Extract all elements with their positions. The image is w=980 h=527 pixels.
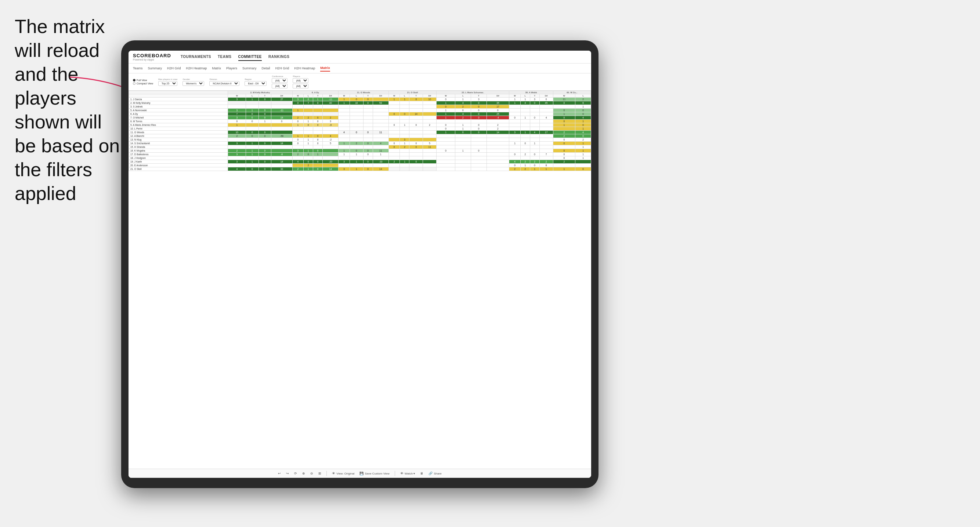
- matrix-cell: 1: [246, 160, 258, 163]
- matrix-cell: [246, 163, 258, 167]
- matrix-cell: 0: [553, 116, 575, 120]
- row-player-name: 17. D Ballesteros: [129, 153, 228, 156]
- gender-select[interactable]: Women's: [183, 81, 204, 86]
- toolbar-save-custom[interactable]: 💾 Save Custom View: [360, 471, 389, 475]
- compact-view-option[interactable]: Compact View: [133, 82, 153, 85]
- nav-rankings[interactable]: RANKINGS: [269, 53, 290, 61]
- toolbar-refresh[interactable]: ⟳: [294, 471, 297, 475]
- matrix-cell: 4: [539, 116, 553, 120]
- matrix-cell: [530, 134, 539, 138]
- toolbar-divider2: [395, 471, 395, 476]
- matrix-cell: [487, 120, 509, 123]
- matrix-area: 2. M Kelly Mulcahy 6. A Dy 11. G Woods 2…: [129, 90, 591, 469]
- subnav-h2h-heatmap2[interactable]: H2H Heatmap: [294, 65, 315, 71]
- subnav-detail[interactable]: Detail: [262, 65, 270, 71]
- matrix-cell: [350, 145, 363, 149]
- matrix-cell: [339, 138, 350, 142]
- matrix-cell: [487, 156, 509, 160]
- watch-icon: 👁: [400, 471, 404, 475]
- matrix-cell: [487, 142, 509, 145]
- gender-label: Gender: [183, 78, 204, 80]
- subnav-matrix2[interactable]: Matrix: [320, 65, 330, 71]
- nav-committee[interactable]: COMMITTEE: [238, 53, 262, 61]
- matrix-cell: [350, 138, 363, 142]
- matrix-cell: [530, 138, 539, 142]
- matrix-cell: [530, 109, 539, 112]
- matrix-cell: [409, 163, 423, 167]
- max-players-select[interactable]: Top 25: [158, 81, 177, 86]
- matrix-cell: 1: [530, 167, 539, 171]
- nav-tournaments[interactable]: TOURNAMENTS: [181, 53, 211, 61]
- matrix-cell: [271, 163, 292, 167]
- toolbar-grid[interactable]: ⊞: [318, 471, 321, 475]
- matrix-cell: [373, 134, 388, 138]
- matrix-cell: 4: [455, 112, 471, 116]
- players-select[interactable]: (All): [293, 78, 309, 83]
- matrix-cell: 1: [292, 134, 304, 138]
- matrix-cell: 17: [539, 131, 553, 134]
- matrix-cell: 1: [400, 160, 409, 163]
- row-player-name: 19. J Karth: [129, 160, 228, 163]
- matrix-cell: [471, 156, 487, 160]
- conference-select[interactable]: (All): [272, 78, 288, 83]
- matrix-cell: 0: [575, 134, 591, 138]
- matrix-cell: [246, 145, 258, 149]
- matrix-cell: [313, 163, 323, 167]
- matrix-cell: [539, 138, 553, 142]
- matrix-cell: 0: [258, 134, 271, 138]
- matrix-cell: [520, 120, 530, 123]
- row-player-name: 5. A Nomrowski: [129, 109, 228, 112]
- matrix-cell: [487, 98, 509, 101]
- view-options: Full View Compact View: [133, 79, 153, 85]
- matrix-cell: [455, 156, 471, 160]
- toolbar-share[interactable]: 🔗 Share: [428, 471, 441, 475]
- toolbar-zoom-out[interactable]: ⊖: [310, 471, 313, 475]
- matrix-cell: [388, 116, 400, 120]
- toolbar-zoom-in[interactable]: ⊕: [302, 471, 305, 475]
- toolbar-watch[interactable]: 👁 Watch ▾: [400, 471, 415, 475]
- matrix-cell: 0: [228, 120, 246, 123]
- nav-teams[interactable]: TEAMS: [218, 53, 232, 61]
- matrix-cell: 1: [373, 153, 388, 156]
- conference-select2[interactable]: (All): [272, 84, 288, 89]
- matrix-cell: [313, 145, 323, 149]
- full-view-option[interactable]: Full View: [133, 79, 153, 81]
- matrix-cell: 45: [539, 101, 553, 105]
- region-select[interactable]: East - DII: [245, 81, 267, 86]
- subnav-h2h-grid2[interactable]: H2H Grid: [275, 65, 290, 71]
- matrix-cell: [471, 120, 487, 123]
- subnav-h2h-grid1[interactable]: H2H Grid: [167, 65, 181, 71]
- matrix-cell: 0: [553, 109, 575, 112]
- players-filter: Players (All) (All): [293, 75, 309, 89]
- subnav-teams[interactable]: Teams: [133, 65, 143, 71]
- matrix-cell: 11: [423, 145, 437, 149]
- subnav-h2h-heatmap1[interactable]: H2H Heatmap: [186, 65, 207, 71]
- matrix-cell: [400, 120, 409, 123]
- toolbar-view-original[interactable]: 👁 View: Original: [332, 471, 354, 475]
- matrix-cell: 0: [553, 138, 575, 142]
- sub-nav: Teams Summary H2H Grid H2H Heatmap Matri…: [129, 63, 591, 73]
- subnav-summary1[interactable]: Summary: [148, 65, 162, 71]
- matrix-cell: [530, 123, 539, 127]
- subnav-summary2[interactable]: Summary: [242, 65, 257, 71]
- matrix-cell: 2: [304, 163, 313, 167]
- matrix-cell: [539, 156, 553, 160]
- matrix-cell: 0: [246, 134, 258, 138]
- matrix-cell: [323, 153, 339, 156]
- matrix-cell: [313, 112, 323, 116]
- toolbar-screen[interactable]: 🖥: [420, 471, 423, 475]
- matrix-cell: 1: [228, 123, 246, 127]
- subnav-matrix1[interactable]: Matrix: [212, 65, 221, 71]
- matrix-cell: [539, 145, 553, 149]
- matrix-cell: 0: [400, 112, 409, 116]
- toolbar-redo[interactable]: ↪: [286, 471, 289, 475]
- subnav-players[interactable]: Players: [226, 65, 237, 71]
- matrix-cell: [271, 156, 292, 160]
- toolbar-undo[interactable]: ↩: [278, 471, 281, 475]
- matrix-cell: 0: [471, 112, 487, 116]
- division-select[interactable]: NCAA Division II: [209, 81, 239, 86]
- sub-col-dif5: Dif: [487, 94, 509, 98]
- matrix-cell: [373, 156, 388, 160]
- row-player-name: 3. S Jelinek: [129, 105, 228, 109]
- players-select2[interactable]: (All): [293, 84, 309, 89]
